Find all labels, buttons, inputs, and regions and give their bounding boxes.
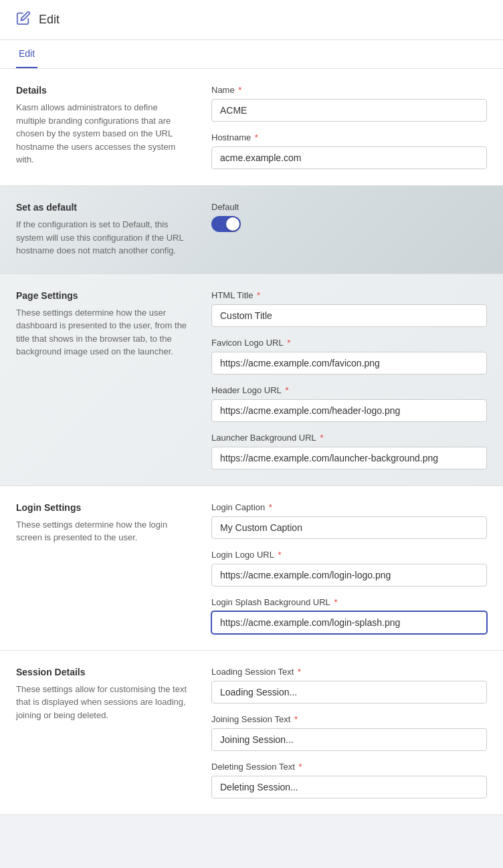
favicon-logo-url-required: * <box>285 338 291 348</box>
deleting-session-text-input[interactable] <box>211 776 487 798</box>
default-section-left: Set as default If the configuration is s… <box>16 202 190 257</box>
default-section: Set as default If the configuration is s… <box>0 186 503 274</box>
details-desc: Kasm allows administrators to define mul… <box>16 101 190 167</box>
page-wrapper: Edit Edit Details Kasm allows administra… <box>0 0 503 868</box>
details-section: Details Kasm allows administrators to de… <box>0 69 503 186</box>
html-title-input[interactable] <box>211 304 487 327</box>
loading-session-text-input[interactable] <box>211 681 487 703</box>
header-logo-url-required: * <box>283 385 289 395</box>
page-title: Edit <box>39 13 60 27</box>
page-header: Edit <box>0 0 503 40</box>
login-logo-url-input[interactable] <box>211 564 487 586</box>
name-required: * <box>236 85 242 95</box>
toggle-wrapper <box>211 216 487 232</box>
edit-icon <box>16 11 31 29</box>
deleting-session-text-required: * <box>296 762 302 772</box>
login-splash-bg-url-field-group: Login Splash Background URL * <box>211 597 487 634</box>
set-as-default-desc: If the configuration is set to Default, … <box>16 218 190 257</box>
favicon-logo-url-field-group: Favicon Logo URL * <box>211 338 487 374</box>
header-logo-url-field-group: Header Logo URL * <box>211 385 487 422</box>
login-logo-url-field-group: Login Logo URL * <box>211 550 487 586</box>
session-details-section-right: Loading Session Text * Joining Session T… <box>211 667 487 798</box>
loading-session-text-label: Loading Session Text * <box>211 667 487 677</box>
hostname-field-group: Hostname * <box>211 132 487 169</box>
loading-session-text-field-group: Loading Session Text * <box>211 667 487 703</box>
deleting-session-text-label: Deleting Session Text * <box>211 762 487 772</box>
tab-edit[interactable]: Edit <box>16 40 37 68</box>
session-details-title: Session Details <box>16 667 190 677</box>
login-caption-input[interactable] <box>211 516 487 539</box>
details-section-left: Details Kasm allows administrators to de… <box>16 85 190 169</box>
launcher-bg-url-label: Launcher Background URL * <box>211 433 487 443</box>
login-logo-url-required: * <box>276 550 282 560</box>
page-settings-section: Page Settings These settings determine h… <box>0 274 503 486</box>
name-input[interactable] <box>211 99 487 122</box>
login-splash-bg-url-label: Login Splash Background URL * <box>211 597 487 607</box>
session-details-section: Session Details These settings allow for… <box>0 651 503 815</box>
details-section-right: Name * Hostname * <box>211 85 487 169</box>
login-settings-section: Login Settings These settings determine … <box>0 486 503 651</box>
favicon-logo-url-input[interactable] <box>211 352 487 374</box>
login-caption-required: * <box>266 502 272 512</box>
login-splash-bg-url-input[interactable] <box>211 611 487 634</box>
page-settings-section-left: Page Settings These settings determine h… <box>16 290 190 469</box>
html-title-label: HTML Title * <box>211 290 487 300</box>
launcher-bg-url-required: * <box>318 433 324 443</box>
name-field-group: Name * <box>211 85 487 122</box>
joining-session-text-field-group: Joining Session Text * <box>211 714 487 751</box>
html-title-required: * <box>254 290 260 300</box>
session-details-section-left: Session Details These settings allow for… <box>16 667 190 798</box>
toggle-thumb <box>226 217 239 231</box>
joining-session-text-required: * <box>292 714 298 724</box>
login-settings-title: Login Settings <box>16 502 190 513</box>
set-as-default-title: Set as default <box>16 202 190 213</box>
joining-session-text-label: Joining Session Text * <box>211 714 487 724</box>
hostname-input[interactable] <box>211 146 487 169</box>
tabs-bar: Edit <box>0 40 503 69</box>
login-settings-desc: These settings determine how the login s… <box>16 518 190 544</box>
joining-session-text-input[interactable] <box>211 728 487 751</box>
favicon-logo-url-label: Favicon Logo URL * <box>211 338 487 348</box>
hostname-required: * <box>252 132 258 142</box>
name-label: Name * <box>211 85 487 95</box>
header-logo-url-label: Header Logo URL * <box>211 385 487 395</box>
login-logo-url-label: Login Logo URL * <box>211 550 487 560</box>
page-settings-desc: These settings determine how the user da… <box>16 306 190 358</box>
launcher-bg-url-input[interactable] <box>211 447 487 469</box>
html-title-field-group: HTML Title * <box>211 290 487 327</box>
default-label: Default <box>211 202 487 212</box>
session-details-desc: These settings allow for customising the… <box>16 683 190 722</box>
loading-session-text-required: * <box>295 667 301 677</box>
login-caption-label: Login Caption * <box>211 502 487 512</box>
login-splash-bg-url-required: * <box>332 597 338 607</box>
page-settings-title: Page Settings <box>16 290 190 301</box>
login-caption-field-group: Login Caption * <box>211 502 487 539</box>
default-field-group: Default <box>211 202 487 232</box>
deleting-session-text-field-group: Deleting Session Text * <box>211 762 487 798</box>
hostname-label: Hostname * <box>211 132 487 142</box>
launcher-bg-url-field-group: Launcher Background URL * <box>211 433 487 469</box>
login-settings-section-right: Login Caption * Login Logo URL * Login S… <box>211 502 487 634</box>
header-logo-url-input[interactable] <box>211 399 487 422</box>
page-settings-section-right: HTML Title * Favicon Logo URL * Header L… <box>211 290 487 469</box>
login-settings-section-left: Login Settings These settings determine … <box>16 502 190 634</box>
default-section-right: Default <box>211 202 487 257</box>
details-title: Details <box>16 85 190 96</box>
default-toggle[interactable] <box>211 216 241 232</box>
